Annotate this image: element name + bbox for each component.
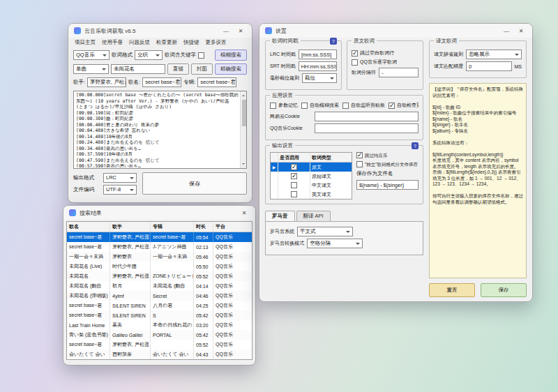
menu-item[interactable]: 检查更新 bbox=[156, 39, 177, 46]
setting-checkbox[interactable]: 自动监听剪贴板 bbox=[342, 102, 385, 109]
checkbox-box[interactable] bbox=[352, 50, 358, 56]
song-field[interactable]: secret base~君 bbox=[142, 77, 181, 87]
close-icon[interactable]: ✕ bbox=[239, 210, 250, 216]
lyric-type-row[interactable]: 原文 bbox=[271, 163, 352, 172]
translation-default-select[interactable]: 忽略展示 bbox=[466, 50, 522, 59]
encoding-select[interactable]: UTF-8 bbox=[103, 185, 137, 195]
enable-checkbox[interactable] bbox=[291, 182, 297, 188]
table-row[interactable]: secret base~君 茅野愛衣, 戸松遥 secret base~君 05… bbox=[67, 232, 252, 242]
table-row[interactable]: secret base~君 茅野愛衣, 戸松遥 J-アニソン神曲 02:13 Q… bbox=[67, 242, 252, 252]
menu-item[interactable]: 使用手册 bbox=[102, 39, 123, 46]
scrollbar-thumb[interactable] bbox=[242, 100, 246, 126]
save-button[interactable]: 保存 bbox=[142, 172, 247, 195]
direct-link-button[interactable]: 直链 bbox=[167, 63, 189, 75]
close-icon[interactable]: ✕ bbox=[235, 28, 246, 34]
format-select[interactable]: 交织 bbox=[135, 50, 163, 60]
table-row[interactable]: 未闻花名 (弹唱版) 4ylmf Secret 04:46 QQ音乐 bbox=[67, 291, 252, 301]
output-format-select[interactable]: LRC bbox=[103, 173, 137, 183]
menu-item[interactable]: 项目主页 bbox=[75, 39, 96, 46]
lyric-type-label: 原始译文 bbox=[310, 172, 352, 181]
keyword-checkbox[interactable] bbox=[198, 52, 204, 59]
platform-cell: QQ音乐 bbox=[213, 271, 252, 281]
table-row[interactable]: 青い栞 (蓝色书签) Galileo Galilei PORTAL 05:42 … bbox=[67, 330, 252, 340]
romaji-mode-select[interactable]: 空格分隔 bbox=[307, 239, 363, 248]
search-type-select[interactable]: 单曲 bbox=[73, 64, 109, 74]
lyric-type-row[interactable]: 中文译文 bbox=[271, 181, 352, 190]
checkbox-box[interactable] bbox=[356, 161, 363, 167]
lyric-line: [00:14.480]10年後の8月 bbox=[76, 134, 239, 140]
table-row[interactable]: secret base~君 SILENT SIREN 八月の君 04:25 QQ… bbox=[67, 301, 252, 310]
scroll-down-icon[interactable] bbox=[242, 163, 245, 166]
table-row[interactable]: secret base~君 茅野愛衣, 戸松遥 05:52 QQ音乐 bbox=[67, 340, 252, 349]
settings-titlebar[interactable]: 设置 — ✕ bbox=[259, 24, 532, 38]
checkbox-box[interactable] bbox=[301, 103, 308, 109]
tab[interactable]: 翻译 API bbox=[296, 211, 331, 221]
srt-timestamp-input[interactable]: HH:mm:ss,SSS bbox=[299, 61, 337, 71]
cover-button[interactable]: 封面 bbox=[191, 63, 213, 75]
ms-truncate-select[interactable]: 截位 bbox=[302, 73, 337, 83]
table-row[interactable]: 未闻花名 茅野愛衣, 戸松遥 ZONEトリビュート 05:52 QQ音乐 bbox=[67, 271, 252, 281]
duration-cell: 05:52 bbox=[194, 340, 213, 349]
table-row[interactable]: Last Train Home 墓美 本命の日残れ花の 03:20 QQ音乐 bbox=[67, 320, 252, 330]
table-row[interactable]: 会いたくて 会い 西野加奈 会いたくて 会い 04:43 QQ音乐 bbox=[67, 349, 252, 359]
table-row[interactable]: 一期一会々未満 茅野愛衣 一期一会々未満 05:46 QQ音乐 bbox=[67, 252, 252, 262]
filename-input[interactable]: ${name} - ${singer} bbox=[356, 180, 418, 190]
translation-precision-input[interactable]: 0 bbox=[466, 61, 512, 71]
split-file-checkbox[interactable]: "独立"歌词格式分文件保存 bbox=[356, 161, 418, 167]
lyrics-box[interactable]: [00:00.000]secret base 〜君がくれたもの〜 (secret… bbox=[73, 91, 247, 169]
help-icon[interactable]: ? bbox=[412, 142, 418, 149]
help-icon[interactable]: ? bbox=[330, 38, 337, 45]
enable-checkbox[interactable] bbox=[291, 191, 297, 197]
menu-item[interactable]: 快捷键 bbox=[183, 39, 199, 46]
minimize-icon[interactable]: — bbox=[501, 28, 512, 34]
separator-input[interactable]: - bbox=[379, 68, 418, 77]
close-icon[interactable]: ✕ bbox=[515, 28, 527, 34]
main-titlebar[interactable]: 云音乐歌词获取 v6.5 — ✕ bbox=[68, 24, 252, 38]
singer-cell: 4ylmf bbox=[110, 291, 151, 301]
enable-checkbox[interactable] bbox=[291, 173, 297, 179]
column-header[interactable]: 歌手 bbox=[110, 222, 151, 232]
enable-checkbox[interactable] bbox=[291, 164, 297, 170]
lyric-type-row[interactable]: 英文译文 bbox=[271, 190, 352, 199]
lyric-type-row[interactable]: 原始译文 bbox=[271, 172, 352, 181]
menu-item[interactable]: 更多设置 bbox=[206, 39, 227, 46]
fuzzy-search-button[interactable]: 模糊搜索 bbox=[215, 50, 247, 61]
exact-search-button[interactable]: 精确搜索 bbox=[215, 63, 247, 75]
menu-item[interactable]: 问题反馈 bbox=[129, 39, 150, 46]
setting-checkbox[interactable]: 自动检查更新 bbox=[389, 102, 418, 109]
search-input[interactable]: 未闻花名 bbox=[111, 64, 165, 74]
checkbox-box[interactable] bbox=[342, 103, 349, 109]
romaji-system-select[interactable]: 平文式 bbox=[297, 227, 353, 236]
reset-button[interactable]: 重置 bbox=[429, 283, 475, 297]
singer-field[interactable]: 茅野愛衣, 戸松遥 bbox=[87, 77, 126, 87]
netease-cookie-input[interactable] bbox=[315, 112, 418, 121]
scroll-up-icon[interactable] bbox=[242, 93, 245, 96]
minimize-icon[interactable]: — bbox=[220, 28, 232, 34]
singer-cell: 茅野愛衣 bbox=[110, 252, 151, 262]
checkbox-box[interactable] bbox=[356, 152, 363, 158]
column-header[interactable]: 平台 bbox=[213, 222, 252, 232]
column-header[interactable]: 时长 bbox=[194, 222, 213, 232]
lyrics-scrollbar[interactable] bbox=[240, 91, 246, 168]
table-row[interactable]: 未闻花名 (翻自 初月 未闻花名 (翻自 04:14 QQ音乐 bbox=[67, 281, 252, 291]
checkbox-box[interactable] bbox=[352, 59, 358, 66]
tab[interactable]: 罗马音 bbox=[265, 211, 295, 221]
qq-cookie-input[interactable] bbox=[315, 123, 418, 133]
column-header[interactable]: 歌名 bbox=[67, 222, 110, 232]
column-header[interactable]: 专辑 bbox=[151, 222, 194, 232]
platform-cell: QQ音乐 bbox=[213, 262, 252, 271]
setting-checkbox[interactable]: QQ音乐逐字歌词 bbox=[352, 59, 397, 66]
results-titlebar[interactable]: 搜索结果 ✕ bbox=[63, 206, 255, 220]
settings-save-button[interactable]: 保存 bbox=[481, 283, 527, 297]
checkbox-box[interactable] bbox=[270, 103, 276, 109]
album-field[interactable]: secret base~君 bbox=[197, 77, 236, 87]
setting-checkbox[interactable]: 参数记忆 bbox=[270, 102, 298, 109]
setting-checkbox[interactable]: 跳过空白歌词行 bbox=[352, 50, 394, 56]
lrc-timestamp-input[interactable]: [mm:ss.SSS] bbox=[299, 50, 337, 59]
checkbox-box[interactable] bbox=[389, 103, 395, 109]
platform-select[interactable]: QQ音乐 bbox=[73, 50, 110, 60]
table-row[interactable]: 未闻花名 (Live) 时代少年团 05:50 QQ音乐 bbox=[67, 262, 252, 271]
setting-checkbox[interactable]: 自动模糊搜索 bbox=[301, 102, 339, 109]
table-row[interactable]: secret base~君 SILENT SIREN S 05:42 QQ音乐 bbox=[67, 310, 252, 320]
skip-pure-music-checkbox[interactable]: 跳过纯音乐 bbox=[356, 152, 418, 158]
